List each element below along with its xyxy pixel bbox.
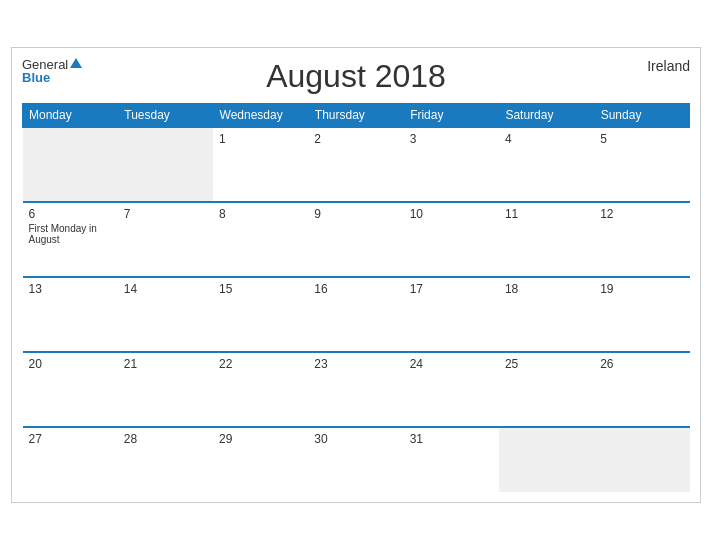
day-cell [118,127,213,202]
weekday-header-monday: Monday [23,104,118,128]
day-cell: 8 [213,202,308,277]
day-cell: 18 [499,277,594,352]
day-event: First Monday in August [29,223,112,245]
logo-blue-text: Blue [22,71,50,84]
day-number: 1 [219,132,302,146]
week-row-2: 6First Monday in August789101112 [23,202,690,277]
calendar-header: General Blue August 2018 Ireland [22,58,690,95]
day-cell: 14 [118,277,213,352]
day-cell: 29 [213,427,308,492]
week-row-4: 20212223242526 [23,352,690,427]
day-cell: 23 [308,352,403,427]
day-number: 5 [600,132,683,146]
day-number: 20 [29,357,112,371]
day-number: 16 [314,282,397,296]
calendar-container: General Blue August 2018 Ireland MondayT… [11,47,701,503]
day-cell: 7 [118,202,213,277]
day-cell: 3 [404,127,499,202]
day-cell [594,427,689,492]
day-cell: 22 [213,352,308,427]
day-number: 10 [410,207,493,221]
day-cell: 16 [308,277,403,352]
week-row-5: 2728293031 [23,427,690,492]
day-number: 6 [29,207,112,221]
day-cell: 2 [308,127,403,202]
weekday-header-tuesday: Tuesday [118,104,213,128]
weekday-header-row: MondayTuesdayWednesdayThursdayFridaySatu… [23,104,690,128]
day-number: 12 [600,207,683,221]
day-number: 28 [124,432,207,446]
day-cell: 28 [118,427,213,492]
day-cell: 11 [499,202,594,277]
weekday-header-wednesday: Wednesday [213,104,308,128]
day-number: 29 [219,432,302,446]
day-cell [499,427,594,492]
day-number: 11 [505,207,588,221]
day-cell: 27 [23,427,118,492]
day-cell: 6First Monday in August [23,202,118,277]
day-number: 18 [505,282,588,296]
day-cell: 20 [23,352,118,427]
weekday-header-saturday: Saturday [499,104,594,128]
weekday-header-thursday: Thursday [308,104,403,128]
day-number: 15 [219,282,302,296]
day-cell: 24 [404,352,499,427]
day-number: 4 [505,132,588,146]
day-cell: 19 [594,277,689,352]
day-number: 22 [219,357,302,371]
day-cell: 9 [308,202,403,277]
day-number: 2 [314,132,397,146]
day-cell [23,127,118,202]
logo: General Blue [22,58,82,84]
day-cell: 31 [404,427,499,492]
month-title: August 2018 [266,58,446,95]
day-cell: 25 [499,352,594,427]
day-number: 24 [410,357,493,371]
day-number: 19 [600,282,683,296]
logo-triangle-icon [70,58,82,68]
day-cell: 21 [118,352,213,427]
day-number: 8 [219,207,302,221]
week-row-1: 12345 [23,127,690,202]
day-number: 13 [29,282,112,296]
day-cell: 17 [404,277,499,352]
weekday-header-friday: Friday [404,104,499,128]
day-cell: 5 [594,127,689,202]
day-number: 3 [410,132,493,146]
calendar-grid: MondayTuesdayWednesdayThursdayFridaySatu… [22,103,690,492]
day-cell: 13 [23,277,118,352]
day-number: 26 [600,357,683,371]
day-cell: 26 [594,352,689,427]
day-cell: 1 [213,127,308,202]
day-number: 14 [124,282,207,296]
weekday-header-sunday: Sunday [594,104,689,128]
day-number: 25 [505,357,588,371]
country-label: Ireland [647,58,690,74]
day-number: 23 [314,357,397,371]
day-cell: 10 [404,202,499,277]
day-number: 27 [29,432,112,446]
day-cell: 12 [594,202,689,277]
day-number: 31 [410,432,493,446]
day-cell: 4 [499,127,594,202]
day-number: 17 [410,282,493,296]
day-number: 21 [124,357,207,371]
day-number: 9 [314,207,397,221]
day-number: 30 [314,432,397,446]
week-row-3: 13141516171819 [23,277,690,352]
day-cell: 15 [213,277,308,352]
day-cell: 30 [308,427,403,492]
day-number: 7 [124,207,207,221]
